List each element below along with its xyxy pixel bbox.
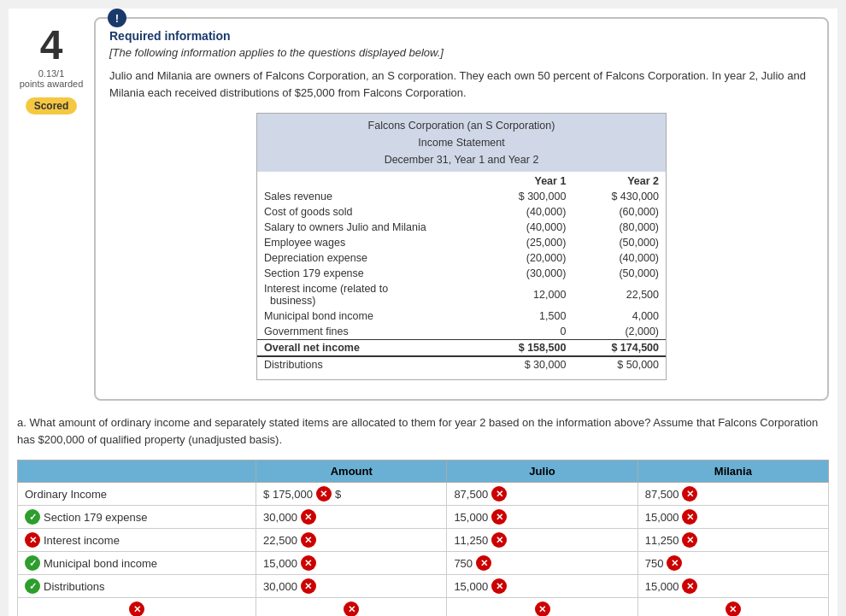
alert-icon: ! [108,9,126,27]
required-info-subtitle: [The following information applies to th… [109,46,814,59]
table-row: Municipal bond income 1,500 4,000 [257,308,666,324]
x-icon: ✕ [682,532,697,548]
points-awarded: 0.13/1 [17,68,85,79]
x-icon: ✕ [129,601,144,616]
table-row: Interest income (related to business) 12… [257,281,666,308]
is-title-1: Falcons Corporation (an S Corporation) [264,117,659,134]
is-header: Falcons Corporation (an S Corporation) I… [257,114,666,172]
x-icon: ✕ [667,555,682,571]
x-icon: ✕ [726,601,741,616]
x-icon: ✕ [301,532,316,548]
table-row: Section 179 expense (30,000) (50,000) [257,266,666,281]
amount-empty: ✕ [256,598,447,617]
overall-net-income-row: Overall net income $ 158,500 $ 174,500 [257,340,666,357]
scored-badge: Scored [26,97,78,114]
label-interest-income: ✕ Interest income [18,529,256,552]
x-icon: ✕ [682,578,697,594]
table-row: Salary to owners Julio and Milania (40,0… [257,220,666,235]
answer-table: Amount Julio Milania Ordinary Income $ 1… [17,460,829,616]
is-table: Year 1 Year 2 Sales revenue $ 300,000 $ … [257,172,666,379]
amount-ordinary-income: $ 175,000 ✕ $ [256,483,447,506]
table-row: Sales revenue $ 300,000 $ 430,000 [257,189,666,204]
distributions-row: Distributions $ 30,000 $ 50,000 [257,356,666,373]
milania-distributions: 15,000 ✕ [637,575,828,598]
amount-section179: 30,000 ✕ [256,506,447,529]
amount-interest-income: 22,500 ✕ [256,529,447,552]
table-row: Cost of goods sold (40,000) (60,000) [257,204,666,220]
label-section179: ✓ Section 179 expense [18,506,256,529]
x-icon: ✕ [491,578,507,594]
year2-header: Year 2 [573,172,666,189]
julio-empty: ✕ [447,598,637,617]
check-icon: ✓ [25,578,40,594]
milania-interest-income: 11,250 ✕ [637,529,828,552]
x-icon: ✕ [316,486,332,502]
check-icon: ✓ [25,509,40,525]
amount-municipal-bond: 15,000 ✕ [256,552,447,575]
julio-distributions: 15,000 ✕ [447,575,637,598]
answer-table-wrapper: Amount Julio Milania Ordinary Income $ 1… [17,460,829,616]
julio-section179: 15,000 ✕ [447,506,637,529]
table-row: ✓ Section 179 expense 30,000 ✕ 15,000 [18,506,829,529]
x-icon: ✕ [301,509,316,525]
question-a-text: a. What amount of ordinary income and se… [17,414,829,448]
julio-ordinary-income: 87,500 ✕ [447,483,637,506]
page-container: 4 0.13/1 points awarded Scored ! Require… [9,9,837,616]
x-icon: ✕ [491,532,507,548]
header-amount: Amount [256,461,447,483]
info-panel: ! Required information [The following in… [94,17,829,401]
x-icon: ✕ [682,486,697,502]
income-statement-wrapper: Falcons Corporation (an S Corporation) I… [109,113,814,380]
x-icon: ✕ [491,509,507,525]
x-icon: ✕ [682,509,697,525]
table-row: ✕ Interest income 22,500 ✕ 11,250 [18,529,829,552]
income-statement: Falcons Corporation (an S Corporation) I… [256,113,667,380]
required-info-title: Required information [109,29,814,43]
table-row: ✓ Distributions 30,000 ✕ 15,000 ✕ [18,575,829,598]
label-distributions: ✓ Distributions [18,575,256,598]
label-municipal-bond: ✓ Municipal bond income [18,552,256,575]
x-icon: ✕ [491,486,507,502]
check-icon: ✓ [25,555,40,571]
table-row-empty: ✕ ✕ ✕ ✕ [18,598,829,617]
x-icon: ✕ [25,532,40,548]
table-row: Employee wages (25,000) (50,000) [257,235,666,250]
x-icon: ✕ [476,555,491,571]
is-title-3: December 31, Year 1 and Year 2 [264,151,659,168]
table-row: Ordinary Income $ 175,000 ✕ $ 87,500 ✕ [18,483,829,506]
is-title-2: Income Statement [264,134,659,151]
description-text: Julio and Milania are owners of Falcons … [109,67,814,101]
question-number: 4 [17,17,85,68]
header-milania: Milania [637,461,828,483]
milania-section179: 15,000 ✕ [637,506,828,529]
x-icon: ✕ [344,601,359,616]
x-icon: ✕ [301,555,316,571]
x-icon: ✕ [301,578,316,594]
milania-empty: ✕ [637,598,828,617]
header-label [18,461,256,483]
milania-ordinary-income: 87,500 ✕ [637,483,828,506]
table-row: Government fines 0 (2,000) [257,324,666,340]
left-meta: 4 0.13/1 points awarded Scored [17,17,85,401]
header-julio: Julio [447,461,637,483]
year1-header: Year 1 [480,172,573,189]
label-empty: ✕ [18,598,256,617]
amount-distributions: 30,000 ✕ [256,575,447,598]
dollar-prefix: $ [335,488,341,501]
top-section: 4 0.13/1 points awarded Scored ! Require… [17,17,829,401]
table-row: ✓ Municipal bond income 15,000 ✕ 750 [18,552,829,575]
milania-municipal-bond: 750 ✕ [637,552,828,575]
label-ordinary-income: Ordinary Income [18,483,256,506]
points-label: points awarded [17,79,85,89]
x-icon: ✕ [535,601,550,616]
table-row: Depreciation expense (20,000) (40,000) [257,250,666,266]
julio-interest-income: 11,250 ✕ [447,529,637,552]
julio-municipal-bond: 750 ✕ [447,552,637,575]
